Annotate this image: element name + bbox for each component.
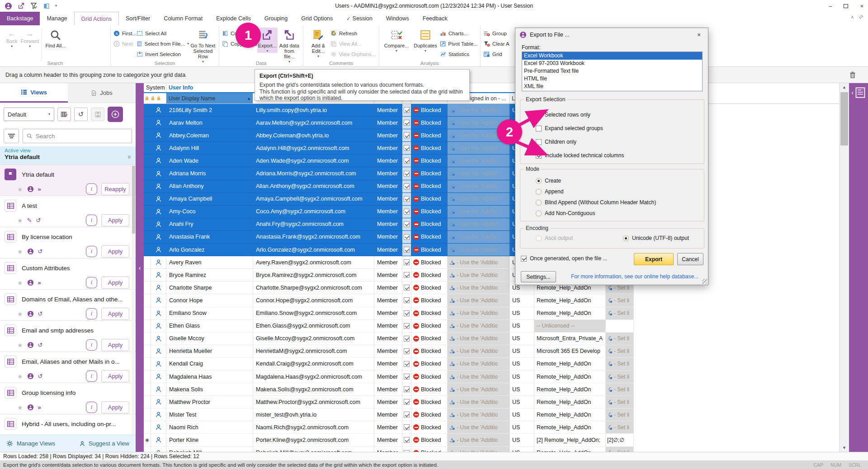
minimize-button[interactable]: –: [829, 3, 832, 9]
apply-button[interactable]: Apply: [101, 245, 129, 258]
table-row[interactable]: Connor Hope Connor.Hope@sygx2.onmicrosof…: [144, 294, 634, 307]
band-system[interactable]: System: [144, 83, 166, 92]
star-icon[interactable]: ★: [17, 217, 23, 224]
view-list-item[interactable]: Email, Aliases and other Mails in o... ★…: [0, 352, 136, 383]
format-option[interactable]: Excel 97-2003 Workbook: [522, 60, 702, 67]
table-row[interactable]: Emiliano Snow Emiliano.Snow@sygx2.onmicr…: [144, 307, 634, 320]
cell-checkbox[interactable]: [402, 447, 411, 452]
view-orphans-button[interactable]: View Orphans...: [330, 50, 376, 58]
format-list[interactable]: Excel WorkbookExcel 97-2003 WorkbookPre-…: [522, 52, 703, 91]
info-button[interactable]: i: [86, 246, 97, 257]
add-view-button[interactable]: [108, 107, 123, 122]
view-list-item[interactable]: Custom Attributes ★ » i Apply: [0, 258, 136, 290]
tab-windows[interactable]: Windows: [379, 12, 416, 25]
tab-jobs[interactable]: Jobs: [68, 83, 136, 103]
tab-manage[interactable]: Manage: [40, 12, 74, 25]
search-field[interactable]: [23, 129, 132, 143]
view-list-item[interactable]: Ytria default ★ » i Reapply: [0, 165, 136, 196]
copy-columns-icon[interactable]: [43, 3, 50, 9]
view-all-button[interactable]: View All...: [330, 39, 376, 48]
info-button[interactable]: i: [86, 339, 97, 351]
radio-unicode-utf-8-output[interactable]: Unicode (UTF-8) output: [623, 235, 689, 241]
tab-grid-actions[interactable]: Grid Actions: [74, 12, 119, 25]
forward-button[interactable]: → Forward▾: [21, 28, 39, 48]
cell-checkbox[interactable]: [402, 155, 411, 167]
info-button[interactable]: i: [86, 277, 97, 288]
select-from-file-button[interactable]: Select from File...▾: [137, 39, 189, 48]
filter-check-icon[interactable]: [30, 2, 38, 9]
cell-checkbox[interactable]: [402, 307, 411, 320]
pin-ribbon-icon[interactable]: [859, 14, 863, 19]
view-list-item[interactable]: Hybrid - All users, including on-pr... ★…: [0, 414, 136, 435]
close-button[interactable]: ×: [860, 3, 863, 9]
cell-checkbox[interactable]: [402, 320, 411, 333]
table-row[interactable]: Ethen Glass Ethen.Glass@sygx2.onmicrosof…: [144, 320, 634, 333]
cell-checkbox[interactable]: [402, 421, 411, 434]
view-extra-icon[interactable]: »: [38, 404, 41, 411]
find-all-button[interactable]: Find All...: [44, 28, 67, 48]
star-icon[interactable]: ★: [17, 373, 23, 380]
apply-button[interactable]: Apply: [101, 308, 129, 320]
first-button[interactable]: AFirst...: [113, 29, 137, 38]
go-to-next-selected-row-button[interactable]: Go To Next Selected Row▾: [189, 28, 217, 64]
settings-button[interactable]: Settings...: [521, 271, 556, 282]
apply-button[interactable]: Apply: [101, 277, 129, 289]
export-confirm-button[interactable]: Export: [634, 253, 674, 265]
qat-dropdown-icon[interactable]: ▾: [55, 4, 57, 8]
add-data-from-file-button[interactable]: Add data from file...▾: [278, 28, 301, 64]
cell-checkbox[interactable]: [402, 434, 411, 446]
cell-checkbox[interactable]: [402, 294, 411, 307]
cell-checkbox[interactable]: [402, 206, 411, 218]
share-icon[interactable]: [18, 2, 25, 9]
cell-checkbox[interactable]: [402, 358, 411, 371]
info-button[interactable]: i: [86, 215, 97, 226]
scrollbar-thumb[interactable]: [840, 92, 848, 145]
star-icon[interactable]: ★: [17, 248, 23, 255]
help-link[interactable]: For more information, see our online hel…: [565, 273, 704, 280]
dialog-title-bar[interactable]: Export to File ... ×: [515, 28, 708, 42]
cell-checkbox[interactable]: [402, 256, 411, 269]
table-row[interactable]: ◉ Porter Kline Porter.Kline@sygx2.onmicr…: [144, 434, 634, 446]
tab-grouping[interactable]: Grouping: [258, 12, 294, 25]
cell-checkbox[interactable]: [402, 117, 411, 129]
collapse-ribbon-icon[interactable]: ∧: [851, 14, 854, 19]
sidebar-collapse-strip[interactable]: ‹: [136, 83, 144, 452]
cell-checkbox[interactable]: [402, 333, 411, 345]
format-option[interactable]: XML file: [522, 83, 702, 90]
view-list-scrollbar[interactable]: [132, 166, 135, 434]
view-extra-icon[interactable]: ↺: [36, 217, 40, 224]
format-option[interactable]: Excel Workbook: [522, 52, 702, 60]
view-extra-icon[interactable]: »: [38, 186, 41, 192]
apply-button[interactable]: Apply: [101, 339, 129, 351]
view-list-item[interactable]: By license location ★ ↺ i Apply: [0, 227, 136, 258]
tab-backstage[interactable]: Backstage: [0, 12, 40, 25]
select-all-button[interactable]: Select All: [137, 29, 189, 38]
cell-checkbox[interactable]: [402, 383, 411, 396]
refresh-button[interactable]: Refresh: [330, 29, 376, 38]
tab-views[interactable]: Views: [0, 83, 68, 103]
view-list-item[interactable]: Email and smtp addresses ★ ↺ i Apply: [0, 321, 136, 352]
radio-ascii-output[interactable]: Ascii output: [536, 235, 573, 241]
apply-button[interactable]: Apply: [101, 214, 129, 226]
table-row[interactable]: Magdalena Haas Magdalena.Haas@sygx2.onmi…: [144, 371, 634, 383]
invert-selection-button[interactable]: Invert Selection: [137, 50, 189, 58]
info-button[interactable]: i: [86, 402, 97, 413]
pivot-table-button[interactable]: Pivot Table...: [440, 39, 478, 48]
manage-views-button[interactable]: Manage Views: [17, 440, 55, 447]
cancel-button[interactable]: Cancel: [677, 253, 703, 265]
apply-button[interactable]: Reapply: [101, 183, 129, 195]
table-row[interactable]: Henrietta Mueller HenriettaM@sygx2.onmic…: [144, 345, 634, 358]
tab-session[interactable]: ✓Session: [340, 12, 379, 25]
view-list-item[interactable]: Group licensing info ★ » i Apply: [0, 383, 136, 414]
cell-checkbox[interactable]: [402, 218, 411, 231]
cell-checkbox[interactable]: [402, 244, 411, 256]
grid-vertical-scrollbar[interactable]: ▲ ▼: [839, 83, 849, 452]
cell-checkbox[interactable]: [402, 408, 411, 421]
tab-sort-filter[interactable]: Sort/Filter: [119, 12, 157, 25]
info-button[interactable]: i: [86, 308, 97, 319]
cell-checkbox[interactable]: [402, 142, 411, 155]
tab-grid-options[interactable]: Grid Options: [294, 12, 340, 25]
table-row[interactable]: Rebekah Mill Rebekah.Mill@sygx2.onmicros…: [144, 447, 634, 452]
apply-button[interactable]: Apply: [101, 370, 129, 382]
radio-blind-append-without-column-header-match-[interactable]: Blind Append (Without Column Header Matc…: [536, 199, 656, 206]
